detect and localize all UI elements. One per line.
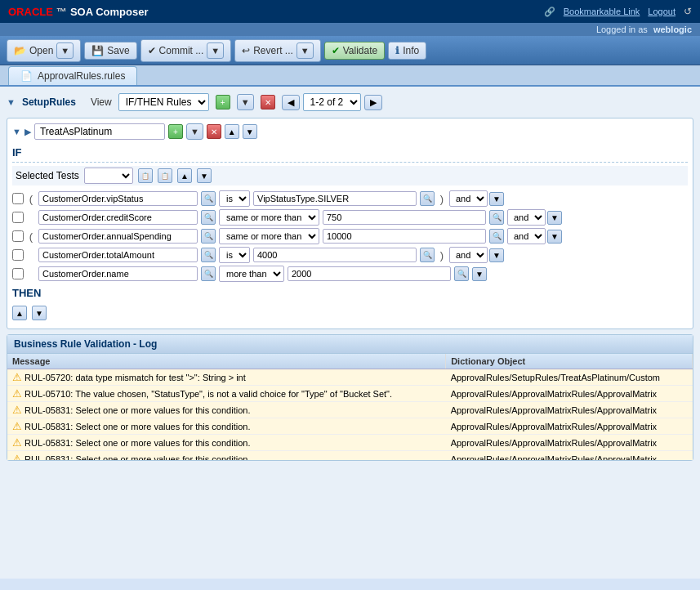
cond-field-3[interactable] <box>38 229 198 244</box>
save-button[interactable]: 💾 Save <box>84 42 136 60</box>
username: weblogic <box>653 25 692 34</box>
expand-rule-icon[interactable]: ▶ <box>25 127 31 137</box>
then-down-btn[interactable]: ▼ <box>32 306 47 320</box>
logic-select-1[interactable]: and <box>449 190 488 207</box>
add-rule-dropdown[interactable]: ▼ <box>237 94 254 110</box>
page-select[interactable]: 1-2 of 2 <box>303 93 361 111</box>
commit-dropdown-arrow[interactable]: ▼ <box>207 42 224 59</box>
cond-op-4[interactable]: is <box>219 247 250 263</box>
selected-tests-select[interactable] <box>84 168 133 184</box>
rule-name-input[interactable] <box>34 123 165 140</box>
delete-rule-button[interactable]: ✕ <box>261 95 275 110</box>
cond-value-2[interactable] <box>323 210 486 225</box>
next-page-button[interactable]: ▶ <box>364 95 382 110</box>
cond-paren-close-1: ) <box>438 193 446 205</box>
info-icon: ℹ <box>395 45 399 56</box>
logic-dropdown-4[interactable]: ▼ <box>489 248 504 262</box>
cond-paren-close-4: ) <box>438 249 446 261</box>
cond-op-1[interactable]: is <box>219 190 250 207</box>
info-button[interactable]: ℹ Info <box>388 42 426 60</box>
logic-select-2[interactable]: and <box>507 209 546 226</box>
cond-value-search-4[interactable]: 🔍 <box>420 248 435 262</box>
log-message-text: RUL-05831: Select one or more values for… <box>25 422 250 431</box>
logout-button[interactable]: Logout <box>648 7 675 16</box>
cond-op-5[interactable]: more than <box>219 266 284 282</box>
cond-search-4[interactable]: 🔍 <box>201 248 216 262</box>
app-logo: ORACLE ™ SOA Composer <box>8 6 148 18</box>
move-down-button[interactable]: ▼ <box>243 124 257 139</box>
cond-search-5[interactable]: 🔍 <box>201 266 216 281</box>
condition-row: ( 🔍 same or more than 🔍 and ▼ <box>12 228 688 244</box>
logic-dropdown-3[interactable]: ▼ <box>547 230 562 244</box>
prev-page-button[interactable]: ◀ <box>282 95 300 110</box>
warning-icon: ⚠ <box>12 371 22 383</box>
log-cell-dictionary: ApprovalRules/ApprovalMatrixRules/Approv… <box>446 386 693 402</box>
cond-value-1[interactable] <box>253 191 417 206</box>
cond-value-5[interactable] <box>288 266 451 281</box>
cond-value-search-5[interactable]: 🔍 <box>454 266 469 281</box>
cond-value-search-1[interactable]: 🔍 <box>420 191 435 206</box>
log-cell-dictionary: ApprovalRules/ApprovalMatrixRules/Approv… <box>446 451 693 461</box>
warning-icon: ⚠ <box>12 453 22 460</box>
log-cell-dictionary: ApprovalRules/ApprovalMatrixRules/Approv… <box>446 435 693 451</box>
cond-value-3[interactable] <box>323 229 486 244</box>
logic-dropdown-1[interactable]: ▼ <box>489 192 504 206</box>
cond-value-search-3[interactable]: 🔍 <box>489 229 504 244</box>
tab-bar: 📄 ApprovalRules.rules <box>0 65 700 87</box>
add-condition-button[interactable]: + <box>168 124 183 139</box>
bookmarkable-link[interactable]: Bookmarkable Link <box>564 7 640 16</box>
logic-select-4[interactable]: and <box>449 247 488 263</box>
cond-check-5[interactable] <box>12 268 24 279</box>
logic-select-3[interactable]: and <box>507 228 546 244</box>
logic-dropdown-2[interactable]: ▼ <box>547 211 562 225</box>
warning-icon: ⚠ <box>12 404 22 416</box>
test-up-btn[interactable]: 📋 <box>138 168 153 183</box>
revert-dropdown-arrow[interactable]: ▼ <box>296 42 314 59</box>
log-message-text: RUL-05710: The value chosen, "StatusType… <box>25 389 392 399</box>
cond-check-3[interactable] <box>12 230 24 242</box>
validate-label: Validate <box>343 45 377 56</box>
cond-paren-open-1: ( <box>27 193 35 205</box>
open-button[interactable]: 📂 Open ▼ <box>7 39 81 62</box>
cond-field-5[interactable] <box>38 266 198 281</box>
setup-bar: ▼ SetupRules View IF/THEN Rules + ▼ ✕ ◀ … <box>7 93 693 111</box>
cond-check-1[interactable] <box>12 193 24 204</box>
log-cell-message: ⚠ RUL-05831: Select one or more values f… <box>7 402 446 418</box>
validate-button[interactable]: ✔ Validate <box>324 42 385 60</box>
cond-check-2[interactable] <box>12 212 24 223</box>
add-rule-button[interactable]: + <box>216 95 230 110</box>
cond-op-2[interactable]: same or more than <box>219 209 319 226</box>
cond-value-4[interactable] <box>253 248 417 262</box>
collapse-setup-icon[interactable]: ▼ <box>7 97 16 107</box>
view-select[interactable]: IF/THEN Rules <box>118 93 209 111</box>
log-cell-dictionary: ApprovalRules/ApprovalMatrixRules/Approv… <box>446 418 693 435</box>
commit-button[interactable]: ✔ Commit ... ▼ <box>140 39 232 62</box>
cond-search-1[interactable]: 🔍 <box>201 191 216 206</box>
cond-field-4[interactable] <box>38 248 198 262</box>
collapse-rule-icon[interactable]: ▼ <box>12 127 21 136</box>
cond-field-2[interactable] <box>38 210 198 225</box>
info-label: Info <box>403 45 419 56</box>
condition-row: 🔍 same or more than 🔍 and ▼ <box>12 209 688 226</box>
cond-op-3[interactable]: same or more than <box>219 228 319 244</box>
cond-field-1[interactable] <box>38 191 198 206</box>
log-cell-message: ⚠ RUL-05831: Select one or more values f… <box>7 418 446 435</box>
revert-button[interactable]: ↩ Revert ... ▼ <box>234 39 321 62</box>
warning-icon: ⚠ <box>12 420 22 432</box>
cond-search-3[interactable]: 🔍 <box>201 229 216 244</box>
then-up-btn[interactable]: ▲ <box>12 306 27 320</box>
open-dropdown-arrow[interactable]: ▼ <box>56 42 74 59</box>
cond-search-2[interactable]: 🔍 <box>201 210 216 225</box>
cond-check-4[interactable] <box>12 249 24 261</box>
log-row: ⚠ RUL-05831: Select one or more values f… <box>7 435 693 451</box>
delete-condition-button[interactable]: ✕ <box>207 124 221 139</box>
tab-approval-rules[interactable]: 📄 ApprovalRules.rules <box>8 66 137 85</box>
move-up-button[interactable]: ▲ <box>225 124 239 139</box>
app-name: SOA Composer <box>70 6 149 18</box>
logic-dropdown-5[interactable]: ▼ <box>472 267 487 281</box>
cond-value-search-2[interactable]: 🔍 <box>489 210 504 225</box>
test-move-down[interactable]: ▼ <box>197 168 212 183</box>
add-condition-dropdown[interactable]: ▼ <box>186 123 203 140</box>
test-down-btn[interactable]: 📋 <box>158 168 172 183</box>
test-move-up[interactable]: ▲ <box>177 168 192 183</box>
